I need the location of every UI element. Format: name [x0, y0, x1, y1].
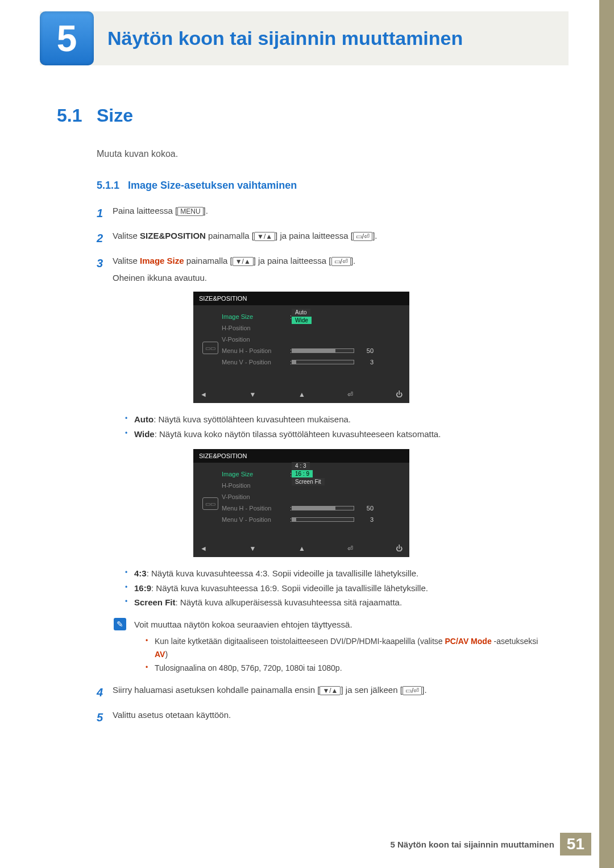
step-2-pre: Valitse — [113, 231, 140, 240]
osd-menuv-slider — [292, 517, 354, 522]
image-size-label: Image Size — [140, 256, 184, 265]
osd-row-hpos: H-Position — [222, 482, 290, 489]
bullet-wide-text: : Näytä kuva koko näytön tilassa syöttöl… — [155, 429, 441, 439]
osd-footer: ◄ ▼ ▲ ⏎ ⏻ — [193, 539, 409, 557]
bullet-43-text: : Näytä kuva kuvasuhteessa 4:3. Sopii vi… — [147, 568, 419, 578]
section-number: 5.1 — [57, 105, 97, 126]
note-lead: Voit muuttaa näytön kokoa seuraavien eht… — [134, 618, 546, 632]
osd-screenshot-1: SIZE&POSITION ▭▭ Image Size : Auto Wide … — [193, 292, 409, 403]
subsection-title: Image Size-asetuksen vaihtaminen — [128, 180, 297, 191]
bullet-fit-label: Screen Fit — [134, 597, 176, 607]
arrow-updown-icon: ▼/▲ — [320, 686, 341, 695]
enter-icon: ▭/⏎ — [353, 232, 372, 241]
step-1-text-pre: Paina laitteessa [ — [113, 206, 177, 215]
step-number: 3 — [97, 254, 113, 272]
step-4-mid: ] ja sen jälkeen [ — [341, 685, 402, 695]
chapter-header: 5 Näytön koon tai sijainnin muuttaminen — [40, 11, 569, 65]
osd-option-auto: Auto — [292, 309, 310, 316]
osd-option-wide: Wide — [292, 317, 312, 324]
bullet-list-2: 4:3: Näytä kuva kuvasuhteessa 4:3. Sopii… — [125, 566, 546, 610]
osd-row-menuh: Menu H - Position — [222, 347, 290, 354]
step-3-tail: Oheinen ikkuna avautuu. — [113, 271, 546, 285]
osd-nav-left-icon: ◄ — [200, 545, 207, 553]
section-heading: 5.1 Size — [57, 105, 546, 126]
step-4-pre: Siirry haluamasi asetuksen kohdalle pain… — [113, 685, 320, 695]
osd-menuh-value: 50 — [360, 347, 374, 354]
subsection-heading: 5.1.1 Image Size-asetuksen vaihtaminen — [97, 180, 546, 192]
step-4-post: ]. — [422, 685, 426, 695]
step-3: 3 Valitse Image Size painamalla [▼/▲] ja… — [97, 254, 546, 285]
enter-icon: ▭/⏎ — [403, 686, 422, 695]
note-icon: ✎ — [114, 618, 126, 630]
bullet-list-1: Auto: Näytä kuva syöttölähteen kuvasuhte… — [125, 412, 546, 441]
osd-row-image-size: Image Size — [222, 313, 290, 320]
enter-icon: ▭/⏎ — [331, 257, 351, 266]
osd-nav-left-icon: ◄ — [200, 391, 207, 398]
step-number: 5 — [97, 708, 113, 726]
footer-text: 5 Näytön koon tai sijainnin muuttaminen — [390, 840, 554, 849]
note-1-mid: -asetukseksi — [492, 637, 538, 646]
right-stripe — [599, 0, 614, 868]
osd-option-screenfit: Screen Fit — [292, 478, 325, 485]
footer-page-number: 51 — [560, 833, 591, 855]
osd-option-169: 16 : 9 — [292, 470, 313, 477]
chapter-title: Näytön koon tai sijainnin muuttaminen — [107, 27, 463, 49]
osd-row-vpos: V-Position — [222, 493, 290, 500]
step-3-pre: Valitse — [113, 256, 140, 265]
page-footer: 5 Näytön koon tai sijainnin muuttaminen … — [390, 833, 591, 855]
note-block: ✎ Voit muuttaa näytön kokoa seuraavien e… — [114, 618, 546, 675]
subsection-number: 5.1.1 — [97, 180, 119, 191]
osd-nav-down-icon: ▼ — [249, 545, 256, 553]
osd-menuh-value: 50 — [360, 505, 374, 512]
note-item-1: Kun laite kytketään digitaaliseen toisto… — [146, 635, 546, 662]
step-3-mid2: ] ja paina laitteessa [ — [254, 256, 331, 265]
step-number: 2 — [97, 229, 113, 247]
bullet-auto-label: Auto — [134, 414, 154, 424]
note-1-pre: Kun laite kytketään digitaaliseen toisto… — [155, 637, 445, 646]
step-3-mid: painamalla [ — [184, 256, 233, 265]
osd-size-icon: ▭▭ — [202, 497, 218, 510]
step-2-post: ]. — [372, 231, 377, 240]
osd-nav-enter-icon: ⏎ — [347, 391, 353, 398]
note-item-2: Tulosignaalina on 480p, 576p, 720p, 1080… — [146, 662, 546, 675]
av-label: AV — [155, 650, 165, 659]
osd-row-hpos: H-Position — [222, 325, 290, 331]
osd-row-menuh: Menu H - Position — [222, 505, 290, 512]
osd-menuv-value: 3 — [360, 359, 374, 366]
osd-row-menuv: Menu V - Position — [222, 516, 290, 523]
osd-menuh-slider — [292, 506, 354, 510]
osd-nav-power-icon: ⏻ — [396, 545, 403, 553]
osd-option-43: 4 : 3 — [292, 462, 309, 470]
osd-nav-enter-icon: ⏎ — [347, 545, 353, 553]
note-1-post: ) — [165, 650, 168, 659]
menu-button-glyph: MENU — [177, 207, 203, 216]
step-2-mid: painamalla [ — [206, 231, 254, 240]
step-2: 2 Valitse SIZE&POSITION painamalla [▼/▲]… — [97, 229, 546, 247]
size-position-label: SIZE&POSITION — [140, 231, 206, 240]
osd-nav-up-icon: ▲ — [298, 545, 305, 553]
osd-menuv-slider — [292, 360, 354, 364]
bullet-169-label: 16:9 — [134, 583, 151, 593]
bullet-wide-label: Wide — [134, 429, 155, 439]
pc-av-mode-label: PC/AV Mode — [445, 637, 491, 646]
step-2-mid2: ] ja paina laitteessa [ — [275, 231, 353, 240]
bullet-auto-text: : Näytä kuva syöttölähteen kuvasuhteen m… — [154, 414, 351, 424]
section-intro: Muuta kuvan kokoa. — [97, 149, 546, 159]
section-title: Size — [97, 105, 133, 126]
step-number: 4 — [97, 683, 113, 701]
osd-row-menuv: Menu V - Position — [222, 359, 290, 366]
osd-size-icon: ▭▭ — [202, 342, 218, 354]
step-5-text: Valittu asetus otetaan käyttöön. — [113, 708, 546, 722]
osd-nav-power-icon: ⏻ — [396, 391, 403, 398]
bullet-169-text: : Näytä kuva kuvasuhteessa 16:9. Sopii v… — [151, 583, 428, 593]
arrow-updown-icon: ▼/▲ — [254, 232, 275, 241]
osd-nav-down-icon: ▼ — [249, 391, 256, 398]
step-1-text-post: ]. — [204, 206, 208, 215]
osd-title: SIZE&POSITION — [193, 449, 409, 463]
step-3-post: ]. — [351, 256, 355, 265]
osd-title: SIZE&POSITION — [193, 292, 409, 305]
step-4: 4 Siirry haluamasi asetuksen kohdalle pa… — [97, 683, 546, 701]
arrow-updown-icon: ▼/▲ — [233, 257, 254, 266]
osd-screenshot-2: SIZE&POSITION ▭▭ Image Size : 4 : 3 16 :… — [193, 449, 409, 557]
step-5: 5 Valittu asetus otetaan käyttöön. — [97, 708, 546, 726]
